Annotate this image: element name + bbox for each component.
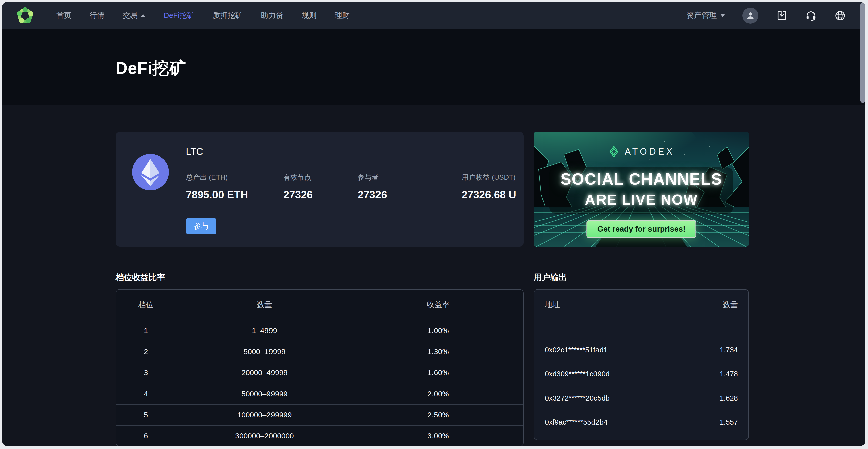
banner-headline-2: ARE LIVE NOW [534,191,749,208]
amount-column-header: 数量 [723,300,738,310]
main-content: LTC 总产出 (ETH) 7895.00 ETH 有效节点 27326 [2,105,866,446]
caret-down-icon [720,14,725,17]
table-row: 4 50000–99999 2.00% [116,383,523,404]
output-section-heading: 用户输出 [534,272,749,283]
support-button[interactable] [805,10,817,21]
download-icon [776,10,787,21]
language-button[interactable] [834,10,846,21]
page-title: DeFi挖矿 [116,57,866,79]
promo-banner[interactable]: ATODEX SOCIAL CHANNELS ARE LIVE NOW Get … [534,132,749,247]
navbar-right: 资产管理 [687,7,846,24]
nav-item-wealth[interactable]: 理财 [335,10,350,21]
banner-brand-name: ATODEX [625,146,675,157]
nav-menu: 首页 行情 交易 DeFi挖矿 质押挖矿 助力贷 规则 理财 [56,10,350,21]
user-output-card: 地址 数量 0x02c1******51fad1 1.734 0xd309***… [534,289,749,440]
coin-name: LTC [186,146,524,157]
nav-item-rules[interactable]: 规则 [301,10,316,21]
banner-cta-button[interactable]: Get ready for surprises! [586,220,696,238]
banner-brand: ATODEX [534,146,749,157]
user-avatar-button[interactable] [742,7,758,24]
stat-valid-nodes: 有效节点 27326 [283,173,358,201]
atodex-diamond-icon [608,146,620,157]
tier-rate-table: 档位 数量 收益率 1 1–4999 1.00% 2 5000–19999 1.… [116,289,524,446]
hero-banner: DeFi挖矿 [2,29,866,105]
caret-up-icon [141,14,146,17]
nav-item-defi-mining[interactable]: DeFi挖矿 [163,10,194,21]
list-item: 0x02c1******51fad1 1.734 [545,338,738,362]
nav-item-home[interactable]: 首页 [56,10,71,21]
output-header-row: 地址 数量 [534,290,748,320]
user-icon [745,10,756,21]
join-button[interactable]: 参与 [186,218,217,234]
stat-total-output: 总产出 (ETH) 7895.00 ETH [186,173,283,201]
nav-item-markets[interactable]: 行情 [89,10,104,21]
list-item: 0xd309******1c090d 1.478 [545,362,738,386]
nav-item-loan[interactable]: 助力贷 [261,10,283,21]
mining-pool-card: LTC 总产出 (ETH) 7895.00 ETH 有效节点 27326 [116,132,524,247]
table-row: 6 300000–2000000 3.00% [116,425,523,446]
nav-item-staking[interactable]: 质押挖矿 [213,10,243,21]
table-row: 2 5000–19999 1.30% [116,341,523,362]
output-rows: 0x02c1******51fad1 1.734 0xd309******1c0… [534,320,748,434]
address-column-header: 地址 [545,300,560,310]
brand-logo-icon[interactable] [16,6,34,25]
app-window: 首页 行情 交易 DeFi挖矿 质押挖矿 助力贷 规则 理财 资产管理 [2,2,866,446]
mining-stats: 总产出 (ETH) 7895.00 ETH 有效节点 27326 参与者 273… [186,173,524,201]
asset-management-dropdown[interactable]: 资产管理 [687,10,725,21]
navbar: 首页 行情 交易 DeFi挖矿 质押挖矿 助力贷 规则 理财 资产管理 [2,2,866,29]
table-row: 3 20000–49999 1.60% [116,362,523,383]
scrollbar-thumb[interactable] [861,2,865,103]
table-header-row: 档位 数量 收益率 [116,290,523,320]
stat-user-revenue: 用户收益 (USDT) 27326.68 U [462,173,516,201]
table-row: 1 1–4999 1.00% [116,320,523,341]
banner-headline-1: SOCIAL CHANNELS [534,170,749,189]
stat-participants: 参与者 27326 [358,173,462,201]
list-item: 0x3272******20c5db 1.628 [545,386,738,410]
download-app-button[interactable] [776,10,787,21]
nav-item-trade[interactable]: 交易 [123,10,146,21]
headset-icon [805,10,817,21]
table-row: 5 100000–299999 2.50% [116,404,523,425]
globe-icon [834,10,846,21]
tier-section-heading: 档位收益比率 [116,272,524,283]
eth-coin-icon [132,154,169,191]
list-item: 0xf9ac******55d2b4 1.557 [545,410,738,434]
